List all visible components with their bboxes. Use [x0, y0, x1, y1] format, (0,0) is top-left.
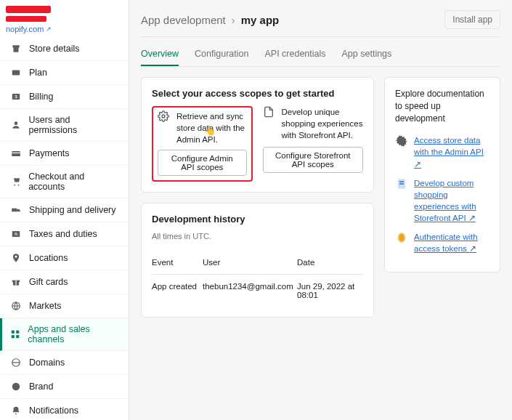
sidebar-item-label: Billing	[29, 92, 53, 102]
doc-link-row: Authenticate with access tokens ↗	[395, 231, 489, 254]
development-history-card: Development history All times in UTC. Ev…	[141, 203, 374, 318]
svg-rect-20	[12, 335, 15, 338]
truck-icon	[10, 204, 22, 216]
tab-configuration[interactable]: Configuration	[195, 43, 248, 66]
history-event: App created	[152, 282, 203, 299]
install-app-button[interactable]: Install app	[444, 10, 500, 29]
sidebar-item-store-details[interactable]: Store details	[0, 37, 129, 61]
svg-point-23	[12, 383, 20, 391]
tabs: OverviewConfigurationAPI credentialsApp …	[141, 43, 500, 67]
breadcrumb-current: my app	[241, 14, 280, 26]
sidebar-item-notifications[interactable]: Notifications	[0, 399, 129, 420]
svg-rect-4	[12, 151, 20, 156]
svg-text:%: %	[15, 232, 18, 236]
admin-api-block: Retrieve and sync store data with the Ad…	[152, 106, 253, 182]
percent-icon: %	[10, 228, 22, 240]
gift-icon	[10, 276, 22, 288]
sidebar-item-label: Domains	[29, 358, 65, 368]
sidebar-item-label: Notifications	[29, 405, 78, 416]
tab-api-credentials[interactable]: API credentials	[264, 43, 325, 66]
dollar-icon: $	[10, 91, 22, 102]
sidebar-item-plan[interactable]: Plan	[0, 61, 129, 85]
gear-icon	[395, 134, 408, 148]
admin-api-highlight: Retrieve and sync store data with the Ad…	[152, 106, 253, 182]
coin-icon	[395, 231, 408, 244]
docs-title: Explore documentation to speed up develo…	[395, 88, 489, 124]
bell-icon	[10, 405, 22, 416]
svg-rect-16	[15, 280, 16, 286]
svg-point-6	[14, 185, 15, 186]
doc-link[interactable]: Access store data with the Admin API ↗	[414, 134, 489, 169]
sidebar-item-gift-cards[interactable]: Gift cards	[0, 270, 129, 294]
sidebar-item-label: Checkout and accounts	[28, 171, 118, 192]
redacted-logo	[6, 6, 51, 13]
sidebar-item-taxes-and-duties[interactable]: %Taxes and duties	[0, 222, 129, 246]
sidebar-item-users-and-permissions[interactable]: Users and permissions	[0, 109, 129, 142]
sidebar-item-label: Brand	[29, 381, 53, 392]
configure-storefront-api-button[interactable]: Configure Storefront API scopes	[263, 147, 364, 173]
configure-admin-api-button[interactable]: Configure Admin API scopes	[158, 150, 247, 176]
history-user: thebun1234@gmail.com	[203, 282, 297, 299]
sidebar-item-label: Users and permissions	[29, 115, 118, 135]
tab-app-settings[interactable]: App settings	[342, 43, 392, 66]
svg-point-7	[17, 185, 19, 186]
breadcrumb: App development › my app	[141, 14, 279, 26]
user-icon	[10, 119, 22, 131]
sidebar-item-label: Store details	[29, 44, 79, 54]
external-icon: ↗	[469, 244, 476, 253]
sidebar-item-locations[interactable]: Locations	[0, 246, 129, 270]
doc-link-row: Access store data with the Admin API ↗	[395, 134, 489, 169]
cart-icon	[10, 176, 21, 187]
svg-point-36	[399, 235, 404, 241]
svg-point-10	[17, 211, 19, 213]
sidebar-item-billing[interactable]: $Billing	[0, 85, 129, 109]
store-domain-text: nopify.com	[6, 25, 44, 33]
doc-link[interactable]: Develop custom shopping experiences with…	[414, 177, 489, 224]
payments-icon	[10, 148, 22, 159]
brand-block: nopify.com ↗	[0, 0, 129, 37]
doc-link[interactable]: Authenticate with access tokens ↗	[414, 231, 489, 254]
sidebar-item-label: Markets	[29, 301, 61, 311]
access-scopes-card: Select your access scopes to get started…	[141, 77, 374, 193]
tab-overview[interactable]: Overview	[141, 43, 179, 66]
sidebar-item-label: Taxes and duties	[29, 229, 97, 239]
sidebar-item-shipping-and-delivery[interactable]: Shipping and delivery	[0, 198, 129, 222]
svg-rect-33	[399, 181, 404, 182]
sidebar-item-apps-and-sales-channels[interactable]: Apps and sales channels	[0, 318, 129, 351]
svg-rect-0	[12, 70, 20, 76]
redacted-logo	[6, 16, 46, 22]
history-row: App createdthebun1234@gmail.comJun 29, 2…	[152, 275, 363, 307]
main-content: App development › my app Install app Ove…	[129, 0, 512, 420]
col-user: User	[203, 258, 297, 267]
external-icon: ↗	[468, 214, 476, 222]
sidebar-item-markets[interactable]: Markets	[0, 294, 129, 318]
svg-rect-5	[12, 153, 20, 153]
gear-icon	[158, 110, 171, 124]
history-header-row: Event User Date	[152, 251, 363, 275]
storefront-api-block: Develop unique shopping experiences with…	[263, 106, 364, 182]
doc-icon	[395, 177, 408, 190]
sidebar-item-label: Apps and sales channels	[28, 324, 118, 344]
svg-rect-8	[12, 209, 17, 212]
store-domain-link[interactable]: nopify.com ↗	[6, 25, 52, 33]
settings-sidebar: nopify.com ↗ Store detailsPlan$BillingUs…	[0, 0, 129, 420]
sidebar-item-payments[interactable]: Payments	[0, 142, 129, 166]
history-subtitle: All times in UTC.	[152, 232, 363, 241]
sidebar-item-brand[interactable]: Brand	[0, 375, 129, 399]
svg-point-30	[162, 115, 165, 118]
document-icon	[263, 106, 276, 119]
breadcrumb-parent[interactable]: App development	[141, 14, 226, 26]
sidebar-item-domains[interactable]: Domains	[0, 351, 129, 375]
sidebar-item-label: Plan	[29, 68, 47, 78]
card-icon	[10, 67, 22, 78]
external-icon: ↗	[414, 160, 421, 169]
divider	[141, 36, 500, 37]
admin-api-desc: Retrieve and sync store data with the Ad…	[176, 110, 247, 145]
apps-icon	[10, 328, 20, 340]
svg-rect-21	[16, 335, 19, 338]
sidebar-item-checkout-and-accounts[interactable]: Checkout and accounts	[0, 166, 129, 198]
col-event: Event	[152, 258, 203, 267]
globe-icon	[10, 300, 22, 312]
col-date: Date	[297, 258, 363, 267]
doc-link-row: Develop custom shopping experiences with…	[395, 177, 489, 224]
